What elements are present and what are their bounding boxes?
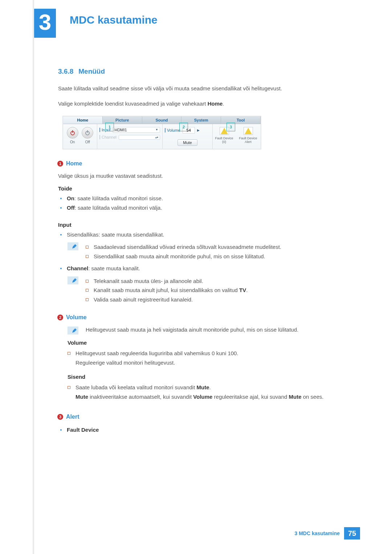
sub-heading-volume: 2 Volume [57,314,341,321]
input-column: Input HDMI1 ▼ Channel ▴▾ [97,124,163,149]
alert-column: Fault Device (0) Fault Device Alert [213,124,261,149]
channel-spin[interactable]: ▴▾ [119,135,160,140]
sisend-heading: Sisend [68,374,341,380]
note-icon [68,276,78,284]
channel-note: Telekanalit saab muuta üles- ja allanool… [68,276,341,304]
section-heading: 3.6.8Menüüd [58,67,341,75]
volume-general-note: Helitugevust saab muuta ja heli vaigista… [68,327,341,335]
svg-rect-1 [72,130,73,133]
callout-badge-1: 1 [57,161,63,167]
toide-list: On: saate lülitada valitud monitori siss… [58,194,341,212]
input-label: Input [99,128,110,132]
mute-button[interactable]: Mute [177,139,197,146]
content: 3.6.8Menüüd Saate lülitada valitud seadm… [58,67,341,436]
volume-list: Helitugevust saab reguleerida liuguririb… [68,349,341,367]
svg-rect-3 [87,130,88,133]
tab-system[interactable]: System [181,116,221,124]
ui-screenshot: Home Picture Sound System Tool On Off [62,116,261,149]
power-column: On Off [63,124,97,149]
input-note: Saadaolevad sisendallikad võivad erineda… [68,242,341,261]
tab-tool[interactable]: Tool [221,116,261,124]
chapter-number: 3 [39,11,51,33]
channel-list: Channel: saate muuta kanalit. [58,264,341,273]
ui-tabs: Home Picture Sound System Tool [63,116,261,124]
footer-text: 3 MDC kasutamine [295,530,340,536]
fault-device-alert[interactable]: Fault Device Alert [238,127,258,144]
toide-heading: Toide [58,185,341,192]
power-on-icon [67,127,78,139]
volume-heading: Volume [68,340,341,346]
sidebar-stripe [33,0,34,554]
input-list: Sisendallikas: saate muuta sisendallikat… [58,231,341,239]
note-icon [68,327,78,335]
power-on-button[interactable]: On [65,127,80,146]
note-icon [68,242,78,250]
power-off-button[interactable]: Off [81,127,95,146]
footer-page-number: 75 [344,527,360,539]
input-heading: Input [58,222,341,228]
chapter-tab: 3 [34,9,56,38]
callout-badge-3: 3 [57,414,63,420]
input-combo[interactable]: HDMI1 ▼ [113,127,160,133]
alert-icon [245,128,252,134]
tab-picture[interactable]: Picture [103,116,142,124]
home-intro: Valige üksus ja muutke vastavat seadistu… [58,173,341,179]
volume-value[interactable]: 54 [183,127,195,134]
chevron-down-icon: ▼ [155,128,158,131]
volume-label: Volume [165,128,180,132]
intro-1: Saate lülitada valitud seadme sisse või … [58,85,341,92]
sub-heading-alert: 3 Alert [57,414,341,420]
volume-arrow-icon[interactable]: ▶ [197,128,200,132]
spinner-icon: ▴▾ [155,136,158,139]
alert-icon [221,128,228,134]
tab-home[interactable]: Home [63,116,103,124]
chapter-title: MDC kasutamine [70,14,158,26]
power-off-icon [82,127,93,139]
section-title: Menüüd [78,67,105,75]
sisend-list: Saate lubada või keelata valitud monitor… [68,383,341,401]
fault-device-count[interactable]: Fault Device (0) [215,127,233,144]
volume-column: Volume 54 ▶ Mute [163,124,213,149]
alert-list: Fault Device [58,426,341,434]
channel-label: Channel [99,135,117,139]
intro-2: Valige komplektide loendist kuvaseadmed … [58,100,341,107]
callout-badge-2: 2 [57,315,63,320]
sub-heading-home: 1 Home [57,160,341,167]
tab-sound[interactable]: Sound [142,116,182,124]
section-number: 3.6.8 [58,67,73,75]
footer: 3 MDC kasutamine 75 [295,527,360,539]
